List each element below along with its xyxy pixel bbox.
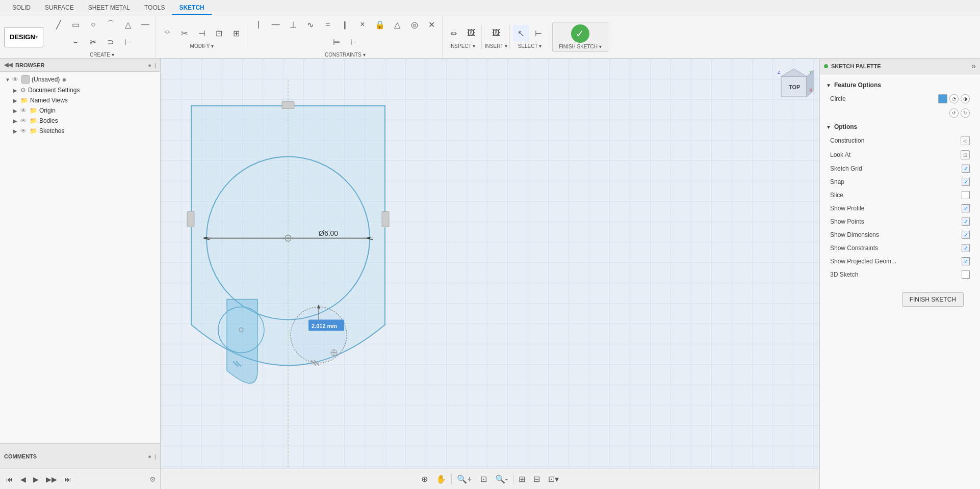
fix-icon[interactable]: ⊢: [346, 34, 362, 50]
snap-checkbox[interactable]: ✓: [962, 178, 970, 186]
comments-pin-icon[interactable]: ●: [148, 453, 151, 459]
finish-sketch-panel-btn[interactable]: FINISH SKETCH: [902, 292, 964, 307]
parallel-icon[interactable]: ∥: [337, 16, 353, 33]
show-constraints-checkbox[interactable]: ✓: [962, 244, 970, 252]
sketch-grid-checkbox[interactable]: ✓: [962, 165, 970, 173]
options-header[interactable]: ▼ Options: [820, 120, 980, 133]
insert-label[interactable]: INSERT: [485, 43, 507, 49]
perp-icon[interactable]: ⊥: [285, 16, 301, 33]
circle-ctrl-2[interactable]: ◑: [961, 94, 970, 103]
zoom-fit-btn[interactable]: ⊡: [477, 472, 490, 486]
create-label[interactable]: CREATE: [90, 52, 114, 58]
tree-item-doc-settings[interactable]: ▶ ⚙ Document Settings: [0, 85, 160, 95]
extend-icon[interactable]: ⊢: [120, 34, 136, 50]
browser-pin-icon[interactable]: ●: [148, 62, 151, 68]
tab-sheet-metal[interactable]: SHEET METAL: [81, 2, 137, 15]
tree-item-named-views[interactable]: ▶ 📁 Named Views: [0, 95, 160, 105]
slice-checkbox[interactable]: [962, 191, 970, 199]
circle-ctrl-3[interactable]: ↺: [949, 108, 959, 118]
look-at-icon[interactable]: ⊡: [961, 150, 970, 159]
show-projected-checkbox[interactable]: ✓: [962, 257, 970, 265]
more-display-btn[interactable]: ⊡▾: [545, 472, 562, 486]
option-show-points: Show Points ✓: [820, 215, 980, 228]
canvas-area[interactable]: Ø6.00 2.012 mm: [161, 59, 819, 489]
construction-icon[interactable]: ◁: [961, 136, 970, 145]
zoom-out-btn[interactable]: 🔍-: [492, 472, 511, 486]
modify-label[interactable]: MODIFY: [190, 43, 214, 49]
sketch-grid-control: ✓: [962, 165, 970, 173]
show-points-checkbox[interactable]: ✓: [962, 218, 970, 226]
tree-item-sketches[interactable]: ▶ 👁 📁 Sketches: [0, 126, 160, 136]
tree-eye-bodies[interactable]: 👁: [20, 117, 29, 124]
extend2-icon[interactable]: ⊣: [194, 25, 210, 41]
tree-item-origin[interactable]: ▶ 👁 📁 Origin: [0, 105, 160, 116]
fit-icon[interactable]: ⊃: [102, 34, 119, 50]
line-icon[interactable]: ╱: [50, 16, 67, 33]
line2-icon[interactable]: —: [137, 16, 153, 33]
inspect-label[interactable]: INSPECT: [449, 43, 475, 49]
tab-solid[interactable]: SOLID: [5, 2, 38, 15]
play-prev-btn[interactable]: ◀: [18, 474, 28, 484]
triangle-icon[interactable]: △: [120, 16, 136, 33]
svg-text:Z: Z: [778, 70, 781, 75]
circle-color-swatch[interactable]: [938, 94, 947, 103]
tree-item-unsaved[interactable]: ▼ 👁 (Unsaved) ⏺: [0, 74, 160, 85]
circle-ctrl-1[interactable]: ◔: [949, 94, 959, 103]
orbit-btn[interactable]: ⊕: [418, 472, 431, 486]
3d-sketch-checkbox[interactable]: [962, 270, 970, 279]
browser-collapse-icon[interactable]: ◀◀: [4, 62, 12, 68]
play-next-btn[interactable]: ▶▶: [44, 474, 59, 484]
panel-expand-icon[interactable]: »: [971, 62, 976, 71]
lock-icon[interactable]: 🔒: [372, 16, 388, 33]
show-dimensions-checkbox[interactable]: ✓: [962, 231, 970, 239]
sym-icon[interactable]: ⊨: [328, 34, 345, 50]
settings-icon[interactable]: ⚙: [149, 475, 156, 483]
grid-btn[interactable]: ⊟: [530, 472, 543, 486]
coind-icon[interactable]: ✕: [424, 16, 440, 33]
play-first-btn[interactable]: ⏮: [4, 474, 15, 484]
curve-icon[interactable]: ⌣: [68, 34, 84, 50]
tree-eye-unsaved[interactable]: 👁: [12, 76, 20, 83]
arc-icon[interactable]: ⌒: [102, 16, 119, 33]
circle-icon[interactable]: ○: [85, 16, 101, 33]
tree-eye-sketches[interactable]: 👁: [20, 127, 29, 134]
tab-tools[interactable]: TOOLS: [137, 2, 172, 15]
finish-sketch-toolbar-btn[interactable]: ✓ FINISH SKETCH: [552, 22, 608, 52]
fillet-icon[interactable]: ⌔: [159, 25, 175, 41]
pan-btn[interactable]: ✋: [433, 472, 449, 486]
select2-icon[interactable]: ⊢: [530, 25, 547, 41]
design-button[interactable]: DESIGN: [4, 27, 43, 47]
play-last-btn[interactable]: ⏭: [62, 474, 73, 484]
equal-icon[interactable]: =: [320, 16, 336, 33]
concentric-icon[interactable]: ◎: [406, 16, 423, 33]
horiz-icon[interactable]: —: [268, 16, 284, 33]
tree-eye-origin[interactable]: 👁: [20, 107, 29, 114]
insert-img-icon[interactable]: 🖼: [488, 25, 504, 41]
show-profile-checkbox[interactable]: ✓: [962, 204, 970, 212]
trim-icon[interactable]: ✂: [176, 25, 193, 41]
constraints-label[interactable]: CONSTRAINTS: [325, 52, 365, 58]
select-label[interactable]: SELECT: [518, 43, 542, 49]
play-play-btn[interactable]: ▶: [31, 474, 41, 484]
vert-icon[interactable]: |: [250, 16, 267, 33]
tab-sketch[interactable]: SKETCH: [172, 2, 211, 15]
tree-record-icon[interactable]: ⏺: [62, 77, 67, 83]
colinear-icon[interactable]: ×: [354, 16, 371, 33]
finish-sketch-label[interactable]: FINISH SKETCH: [559, 44, 602, 49]
select-icon[interactable]: ↖: [513, 25, 529, 41]
capture-icon[interactable]: 🖼: [463, 25, 479, 41]
tab-surface[interactable]: SURFACE: [38, 2, 81, 15]
measure-icon[interactable]: ⇔: [446, 25, 462, 41]
zoom-in-btn[interactable]: 🔍+: [454, 472, 475, 486]
midpoint-icon[interactable]: △: [389, 16, 405, 33]
feature-options-header[interactable]: ▼ Feature Options: [820, 78, 980, 92]
tree-item-bodies[interactable]: ▶ 👁 📁 Bodies: [0, 116, 160, 126]
scale-icon[interactable]: ⊞: [228, 25, 245, 41]
circle-ctrl-4[interactable]: ↻: [961, 108, 970, 118]
cut-icon[interactable]: ✂: [85, 34, 101, 50]
break-icon[interactable]: ⊡: [211, 25, 227, 41]
display-btn[interactable]: ⊞: [515, 472, 528, 486]
tang-icon[interactable]: ∿: [302, 16, 319, 33]
rect-icon[interactable]: ▭: [68, 16, 84, 33]
nav-cube[interactable]: TOP X Y Z: [773, 64, 814, 104]
